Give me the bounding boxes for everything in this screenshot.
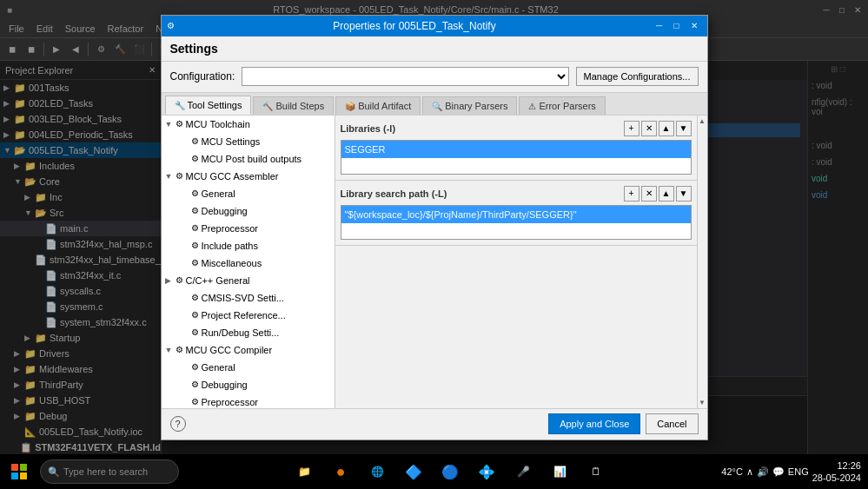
build-artifact-icon: 📦 xyxy=(345,102,355,111)
taskbar-volume-icon[interactable]: 🔊 xyxy=(757,466,769,478)
taskbar-search-text: Type here to search xyxy=(63,466,148,477)
taskbar-app-vs[interactable]: 💠 xyxy=(469,454,504,489)
apply-close-button[interactable]: Apply and Close xyxy=(548,413,640,434)
taskbar-app-browser1[interactable]: ● xyxy=(323,454,358,489)
tree-label-project-ref: Project Reference... xyxy=(202,310,286,320)
tab-build-artifact[interactable]: 📦Build Artifact xyxy=(335,96,421,115)
taskbar-app-ide1[interactable]: 🔷 xyxy=(396,454,431,489)
mcu-toolchain-icon: ⚙ xyxy=(176,119,183,129)
libraries-move-up-btn[interactable]: ▲ xyxy=(659,121,674,136)
scroll-up-icon[interactable]: ▲ xyxy=(699,117,706,125)
search-path-item[interactable]: "${workspace_loc}/${ProjName}/ThirdParty… xyxy=(341,206,691,223)
settings-header: Settings xyxy=(162,36,707,62)
tab-build-steps[interactable]: 🔨Build Steps xyxy=(253,96,334,115)
taskbar-app-note[interactable]: 🗒 xyxy=(579,454,613,489)
tab-tool-settings[interactable]: 🔧Tool Settings xyxy=(165,96,252,115)
tree-asm-include-paths[interactable]: ⚙ Include paths xyxy=(162,237,335,254)
tree-asm-misc[interactable]: ⚙ Miscellaneous xyxy=(162,254,335,272)
library-search-header: Library search path (-L) + ✕ ▲ ▼ xyxy=(341,186,692,202)
tree-mcu-post-build[interactable]: ⚙ MCU Post build outputs xyxy=(162,150,335,168)
taskbar-search-icon: 🔍 xyxy=(48,466,60,478)
tree-label-asm-debugging: Debugging xyxy=(202,206,248,216)
tree-label-cpp-general: C/C++ General xyxy=(186,275,250,286)
search-path-move-down-btn[interactable]: ▼ xyxy=(676,186,692,202)
search-path-delete-btn[interactable]: ✕ xyxy=(641,186,657,202)
footer-left: ? xyxy=(170,416,186,432)
libraries-add-btn[interactable]: + xyxy=(624,121,639,136)
libraries-move-down-btn[interactable]: ▼ xyxy=(676,121,692,136)
library-search-section: Library search path (-L) + ✕ ▲ ▼ "${work… xyxy=(335,181,697,246)
tree-asm-preprocessor[interactable]: ⚙ Preprocessor xyxy=(162,220,335,237)
tree-label-asm-general: General xyxy=(202,188,235,199)
properties-dialog: ⚙ Properties for 005LED_Task_Notify ─ □ … xyxy=(161,15,708,440)
svg-rect-3 xyxy=(20,472,27,479)
tree-cpp-general[interactable]: ▶ ⚙ C/C++ General xyxy=(162,272,335,289)
library-item-segger[interactable]: SEGGER xyxy=(341,141,691,158)
build-steps-icon: 🔨 xyxy=(262,102,273,111)
tree-label-compiler: MCU GCC Compiler xyxy=(186,345,273,355)
modal-title: Properties for 005LED_Task_Notify xyxy=(333,20,495,32)
libraries-delete-btn[interactable]: ✕ xyxy=(641,121,657,136)
tool-settings-tree: ▼ ⚙ MCU Toolchain ⚙ MCU Settings ⚙ MCU P… xyxy=(162,116,335,408)
tree-cc-preprocessor[interactable]: ⚙ Preprocessor xyxy=(162,393,335,408)
taskbar-network-icon[interactable]: 💬 xyxy=(772,466,785,478)
tree-label-mcu-settings: MCU Settings xyxy=(202,136,261,147)
tree-label-asm-include-paths: Include paths xyxy=(202,241,258,251)
taskbar-time-value: 12:26 xyxy=(812,459,861,472)
search-path-add-btn[interactable]: + xyxy=(624,186,639,202)
tree-cc-general[interactable]: ⚙ General xyxy=(162,359,335,376)
tree-cc-debugging[interactable]: ⚙ Debugging xyxy=(162,376,335,393)
modal-minimize-button[interactable]: ─ xyxy=(652,18,667,34)
scroll-down-icon[interactable]: ▼ xyxy=(699,399,706,406)
help-icon-label: ? xyxy=(175,419,180,429)
project-ref-icon: ⚙ xyxy=(191,310,199,320)
taskbar-app-chart[interactable]: 📊 xyxy=(542,454,577,489)
search-path-move-up-btn[interactable]: ▲ xyxy=(659,186,674,202)
modal-overlay: ⚙ Properties for 005LED_Task_Notify ─ □ … xyxy=(0,0,868,454)
run-debug-icon: ⚙ xyxy=(191,327,199,337)
compiler-group-icon: ⚙ xyxy=(176,345,183,354)
tree-project-ref[interactable]: ⚙ Project Reference... xyxy=(162,307,335,324)
taskbar-clock[interactable]: 12:26 28-05-2024 xyxy=(812,459,861,485)
tree-cmsis-svd[interactable]: ⚙ CMSIS-SVD Setti... xyxy=(162,289,335,307)
tab-binary-parsers[interactable]: 🔍Binary Parsers xyxy=(422,96,517,115)
libraries-section-header: Libraries (-l) + ✕ ▲ ▼ xyxy=(341,121,692,136)
right-scrollbar[interactable]: ▲ ▼ xyxy=(697,116,707,408)
taskbar-search-box[interactable]: 🔍 Type here to search xyxy=(40,459,179,484)
tree-asm-general[interactable]: ⚙ General xyxy=(162,185,335,202)
windows-logo-icon xyxy=(11,464,27,479)
asm-debug-icon: ⚙ xyxy=(191,206,199,215)
tree-label-assembler: MCU GCC Assembler xyxy=(186,171,279,182)
taskbar-app-ide2[interactable]: 🔵 xyxy=(433,454,467,489)
tab-error-parsers[interactable]: ⚠Error Parsers xyxy=(519,96,605,115)
tree-run-debug[interactable]: ⚙ Run/Debug Setti... xyxy=(162,324,335,341)
tree-label-mcu-toolchain: MCU Toolchain xyxy=(186,119,250,129)
binary-parsers-icon: 🔍 xyxy=(432,102,442,111)
tree-asm-debugging[interactable]: ⚙ Debugging xyxy=(162,202,335,220)
library-item-segger-label: SEGGER xyxy=(345,144,386,155)
modal-body: Settings Configuration: Debug [ Active ]… xyxy=(162,36,707,439)
taskbar-chevron-icon[interactable]: ∧ xyxy=(746,466,753,478)
modal-close-button[interactable]: ✕ xyxy=(686,18,702,34)
asm-general-icon: ⚙ xyxy=(191,188,199,198)
taskbar-app-browser2[interactable]: 🌐 xyxy=(360,454,394,489)
cancel-button[interactable]: Cancel xyxy=(646,413,698,434)
manage-configs-button[interactable]: Manage Configurations... xyxy=(576,67,699,86)
modal-footer: ? Apply and Close Cancel xyxy=(162,408,707,439)
config-select[interactable]: Debug [ Active ] xyxy=(242,67,568,86)
svg-rect-1 xyxy=(20,464,27,471)
modal-titlebar: ⚙ Properties for 005LED_Task_Notify ─ □ … xyxy=(162,16,707,36)
tree-mcu-gcc-assembler[interactable]: ▼ ⚙ MCU GCC Assembler xyxy=(162,168,335,185)
tree-mcu-settings[interactable]: ⚙ MCU Settings xyxy=(162,133,335,150)
taskbar-app-explorer[interactable]: 📁 xyxy=(287,454,321,489)
help-button[interactable]: ? xyxy=(170,416,186,432)
start-button[interactable] xyxy=(3,456,35,487)
library-search-actions: + ✕ ▲ ▼ xyxy=(624,186,692,202)
taskbar-app-mic[interactable]: 🎤 xyxy=(506,454,540,489)
taskbar-left: 🔍 Type here to search xyxy=(0,456,179,487)
assembler-icon: ⚙ xyxy=(176,171,183,181)
tree-mcu-toolchain[interactable]: ▼ ⚙ MCU Toolchain xyxy=(162,116,335,133)
expand-compiler-icon: ▼ xyxy=(165,346,176,354)
modal-maximize-button[interactable]: □ xyxy=(669,18,685,34)
tree-mcu-gcc-compiler[interactable]: ▼ ⚙ MCU GCC Compiler xyxy=(162,341,335,359)
